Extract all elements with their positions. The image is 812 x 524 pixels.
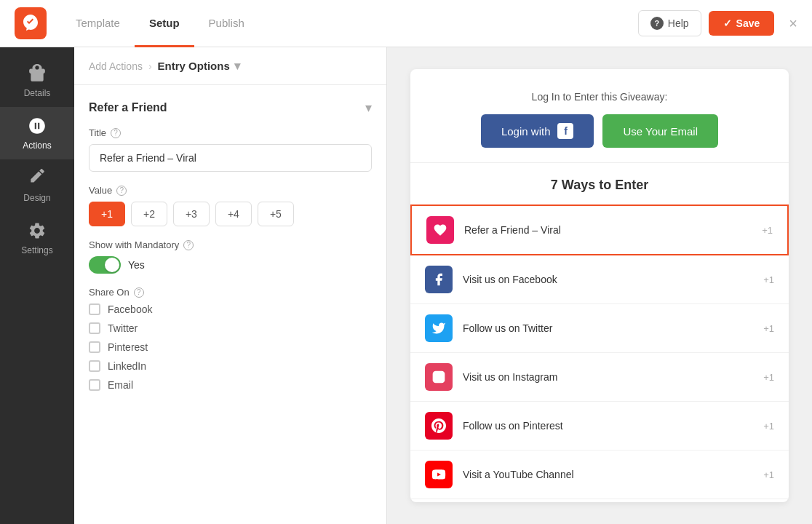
title-group: Title ? bbox=[89, 127, 372, 172]
title-label: Title ? bbox=[89, 127, 372, 138]
title-help-icon[interactable]: ? bbox=[111, 128, 121, 138]
title-input[interactable] bbox=[89, 144, 372, 172]
sidebar-settings-label: Settings bbox=[21, 245, 52, 255]
mandatory-group: Show with Mandatory ? Yes bbox=[89, 239, 372, 274]
tab-template[interactable]: Template bbox=[61, 1, 135, 47]
mandatory-toggle[interactable] bbox=[89, 256, 121, 274]
refer-points: +1 bbox=[762, 225, 773, 236]
topbar-actions: ? Help ✓ Save × bbox=[638, 10, 797, 36]
mandatory-toggle-label: Yes bbox=[128, 259, 145, 271]
sidebar-actions-label: Actions bbox=[23, 140, 51, 151]
value-btn-1[interactable]: +1 bbox=[89, 202, 125, 226]
save-button[interactable]: ✓ Save bbox=[709, 11, 775, 36]
twitter-points: +1 bbox=[763, 323, 774, 334]
section-header: Refer a Friend ▾ bbox=[89, 100, 372, 116]
value-label: Value ? bbox=[89, 185, 372, 196]
facebook-text: Visit us on Facebook bbox=[463, 274, 763, 285]
follow-pinterest-icon bbox=[425, 412, 453, 440]
entry-refer[interactable]: Refer a Friend – Viral +1 bbox=[410, 205, 789, 255]
entry-email[interactable]: Join an Email Newsletter +1 bbox=[410, 499, 789, 502]
logo-icon bbox=[20, 13, 41, 33]
nav-tabs: Template Setup Publish bbox=[61, 0, 638, 47]
value-help-icon[interactable]: ? bbox=[116, 186, 127, 196]
twitter-share-label: Twitter bbox=[108, 322, 138, 334]
preview-card: Log In to Enter this Giveaway: Login wit… bbox=[410, 69, 789, 502]
close-button[interactable]: × bbox=[789, 15, 797, 32]
ways-section: 7 Ways to Enter Refer a Friend – Viral +… bbox=[410, 163, 789, 502]
help-circle-icon: ? bbox=[650, 17, 664, 30]
login-title: Log In to Enter this Giveaway: bbox=[432, 91, 767, 103]
value-btn-3[interactable]: +3 bbox=[173, 202, 210, 226]
visit-youtube-icon bbox=[425, 461, 453, 488]
entry-facebook[interactable]: Visit us on Facebook +1 bbox=[410, 255, 789, 304]
share-facebook[interactable]: Facebook bbox=[89, 303, 372, 315]
sidebar: Details Actions Design Settings bbox=[0, 47, 74, 524]
svg-rect-0 bbox=[433, 371, 445, 384]
linkedin-checkbox[interactable] bbox=[89, 360, 100, 372]
logo bbox=[15, 7, 47, 39]
facebook-points: +1 bbox=[763, 274, 774, 285]
gift-icon bbox=[27, 63, 47, 84]
check-icon: ✓ bbox=[723, 17, 732, 29]
sidebar-item-settings[interactable]: Settings bbox=[0, 212, 74, 264]
tab-publish[interactable]: Publish bbox=[194, 1, 259, 47]
refer-text: Refer a Friend – Viral bbox=[464, 224, 762, 236]
share-help-icon[interactable]: ? bbox=[134, 287, 144, 298]
pinterest-checkbox[interactable] bbox=[89, 341, 100, 353]
facebook-share-label: Facebook bbox=[108, 303, 152, 315]
login-section: Log In to Enter this Giveaway: Login wit… bbox=[410, 69, 789, 163]
ways-title: 7 Ways to Enter bbox=[410, 178, 789, 193]
panel: Add Actions › Entry Options ▾ Refer a Fr… bbox=[74, 47, 387, 524]
tab-setup[interactable]: Setup bbox=[135, 1, 194, 47]
actions-icon bbox=[27, 116, 47, 136]
value-btn-2[interactable]: +2 bbox=[131, 202, 167, 226]
main: Details Actions Design Settings Add Acti… bbox=[0, 47, 812, 524]
entry-pinterest[interactable]: Follow us on Pinterest +1 bbox=[410, 402, 789, 450]
sidebar-details-label: Details bbox=[24, 88, 51, 98]
sidebar-item-design[interactable]: Design bbox=[0, 159, 74, 212]
value-group: Value ? +1 +2 +3 +4 +5 bbox=[89, 185, 372, 226]
mandatory-label: Show with Mandatory ? bbox=[89, 239, 372, 250]
follow-twitter-icon bbox=[425, 314, 453, 342]
visit-facebook-icon bbox=[425, 266, 453, 293]
sidebar-item-actions[interactable]: Actions bbox=[0, 107, 74, 159]
share-pinterest[interactable]: Pinterest bbox=[89, 341, 372, 353]
breadcrumb-parent[interactable]: Add Actions bbox=[89, 60, 143, 72]
entry-list: Refer a Friend – Viral +1 Visit us on Fa… bbox=[410, 205, 789, 502]
help-button[interactable]: ? Help bbox=[638, 10, 701, 36]
facebook-icon: f bbox=[557, 123, 573, 139]
panel-content: Refer a Friend ▾ Title ? Value ? +1 +2 bbox=[74, 85, 386, 418]
dropdown-chevron-icon[interactable]: ▾ bbox=[234, 59, 240, 73]
entry-instagram[interactable]: Visit us on Instagram +1 bbox=[410, 353, 789, 402]
mandatory-help-icon[interactable]: ? bbox=[183, 240, 194, 250]
facebook-login-button[interactable]: Login with f bbox=[481, 114, 594, 148]
linkedin-share-label: LinkedIn bbox=[108, 360, 146, 372]
value-btn-5[interactable]: +5 bbox=[258, 202, 294, 226]
email-checkbox[interactable] bbox=[89, 379, 100, 391]
settings-icon bbox=[27, 221, 47, 241]
share-linkedin[interactable]: LinkedIn bbox=[89, 360, 372, 372]
facebook-checkbox[interactable] bbox=[89, 303, 100, 315]
pinterest-share-label: Pinterest bbox=[108, 341, 148, 353]
section-collapse-icon[interactable]: ▾ bbox=[365, 100, 372, 116]
toggle-knob bbox=[105, 258, 119, 272]
entry-youtube[interactable]: Visit a YouTube Channel +1 bbox=[410, 450, 789, 499]
share-on-label: Share On ? bbox=[89, 287, 372, 298]
share-twitter[interactable]: Twitter bbox=[89, 322, 372, 334]
section-title: Refer a Friend bbox=[89, 101, 167, 114]
share-email[interactable]: Email bbox=[89, 379, 372, 391]
value-btn-4[interactable]: +4 bbox=[215, 202, 252, 226]
twitter-checkbox[interactable] bbox=[89, 322, 100, 334]
breadcrumb-current: Entry Options ▾ bbox=[158, 59, 240, 73]
email-share-label: Email bbox=[108, 379, 133, 391]
email-login-button[interactable]: Use Your Email bbox=[602, 114, 718, 148]
entry-twitter[interactable]: Follow us on Twitter +1 bbox=[410, 304, 789, 353]
youtube-points: +1 bbox=[763, 469, 774, 480]
pinterest-text: Follow us on Pinterest bbox=[463, 420, 763, 432]
login-with-label: Login with bbox=[501, 125, 551, 138]
mandatory-toggle-row: Yes bbox=[89, 256, 372, 274]
save-label: Save bbox=[736, 17, 760, 29]
login-buttons: Login with f Use Your Email bbox=[432, 114, 767, 148]
sidebar-item-details[interactable]: Details bbox=[0, 55, 74, 107]
design-icon bbox=[27, 168, 47, 188]
